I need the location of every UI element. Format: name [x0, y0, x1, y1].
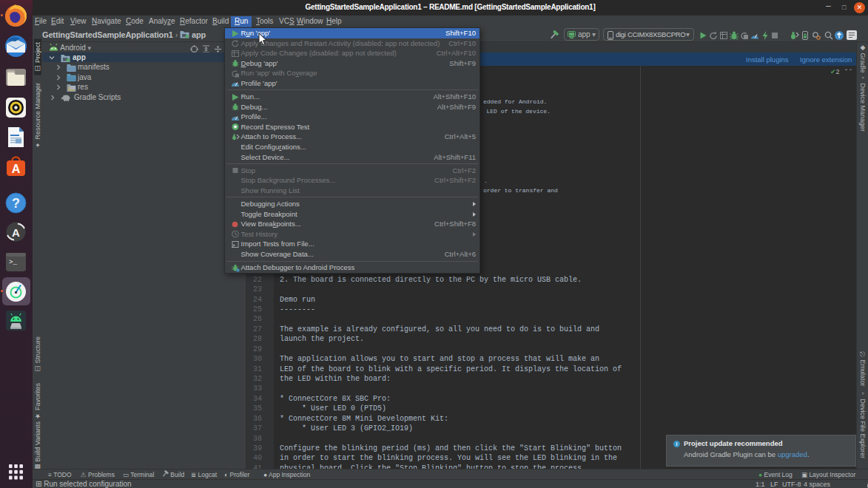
svg-text:A: A: [12, 163, 21, 175]
svg-text:A: A: [12, 226, 20, 239]
svg-text:>_: >_: [9, 259, 17, 266]
svg-text:?: ?: [12, 196, 20, 211]
